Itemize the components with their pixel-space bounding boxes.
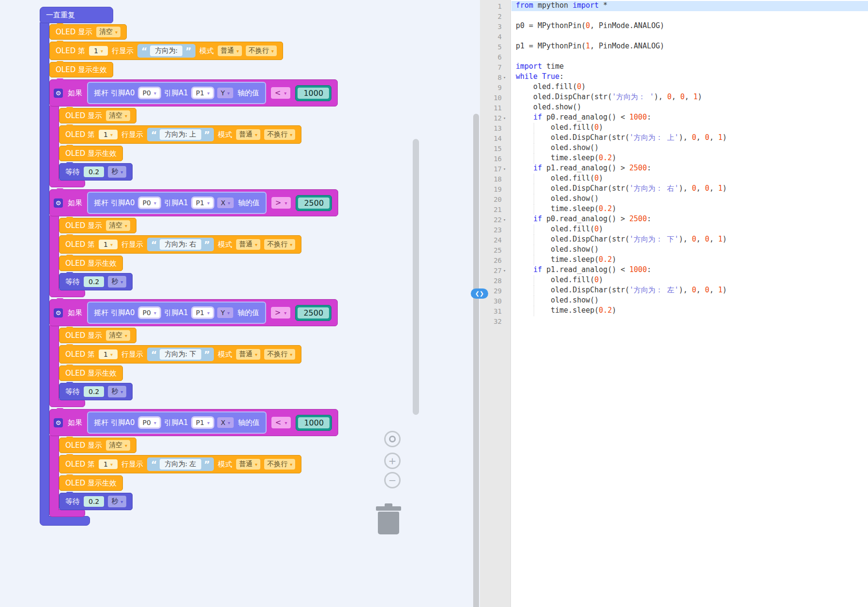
wrap-dropdown[interactable]: 不换行▾ [246,46,277,56]
mode-dropdown[interactable]: 普通▾ [236,459,260,470]
direction-text-field[interactable]: 方向为: 左 [160,459,201,470]
string-block[interactable]: “方向为: 左” [147,457,214,471]
pin-a1-dropdown[interactable]: P1▾ [193,308,213,318]
axis-dropdown[interactable]: Y▾ [217,307,233,318]
joystick-value-block[interactable]: 摇杆 引脚A0P0▾引脚A1P1▾X▾轴的值 [87,192,267,214]
axis-dropdown[interactable]: X▾ [217,417,234,428]
if-block-header[interactable]: ⚙如果摇杆 引脚A0P0▾引脚A1P1▾Y▾轴的值>▾2500 [49,299,338,326]
pin-a0-dropdown[interactable]: P0▾ [139,88,160,98]
pin-a0-dropdown[interactable]: P0▾ [139,308,160,318]
oled-apply-block[interactable]: OLED 显示生效 [49,62,113,77]
oled-apply-block[interactable]: OLED 显示生效 [59,256,123,271]
mutator-gear-icon[interactable]: ⚙ [54,198,63,208]
string-block[interactable]: “方向为: 下” [147,348,214,361]
oled-clear-block[interactable]: OLED 显示 清空▾ [49,24,127,40]
oled-clear-dropdown[interactable]: 清空▾ [106,220,130,231]
axis-dropdown[interactable]: X▾ [217,197,234,208]
fold-toggle-icon[interactable]: ▾ [503,167,508,171]
line-number-field[interactable]: 1▾ [99,240,118,249]
oled-clear-block[interactable]: OLED 显示清空▾ [59,328,136,343]
string-block[interactable]: “方向为: 上” [147,128,214,141]
comparator-dropdown[interactable]: >▾ [271,197,291,209]
if-block[interactable]: ⚙如果摇杆 引脚A0P0▾引脚A1P1▾Y▾轴的值<▾1000OLED 显示清空… [49,79,338,187]
axis-dropdown[interactable]: Y▾ [217,88,233,98]
wrap-dropdown[interactable]: 不换行▾ [264,239,295,250]
blocks-workspace[interactable]: 一直重复 OLED 显示 清空▾ OLED 第 1▾ 行显示 “ [0,0,480,607]
oled-clear-dropdown[interactable]: 清空▾ [106,110,130,121]
if-block[interactable]: ⚙如果摇杆 引脚A0P0▾引脚A1P1▾X▾轴的值>▾2500OLED 显示清空… [49,189,338,297]
wait-unit-dropdown[interactable]: 秒▾ [108,276,126,288]
wrap-dropdown[interactable]: 不换行▾ [264,459,295,470]
comparator-dropdown[interactable]: <▾ [271,87,291,99]
oled-clear-block[interactable]: OLED 显示清空▾ [59,108,136,123]
direction-text-field[interactable]: 方向为: 下 [160,349,201,360]
mutator-gear-icon[interactable]: ⚙ [54,308,63,318]
zoom-out-button[interactable]: − [384,472,401,488]
wrap-dropdown[interactable]: 不换行▾ [264,129,295,140]
fold-toggle-icon[interactable]: ▾ [503,116,508,121]
if-block-header[interactable]: ⚙如果摇杆 引脚A0P0▾引脚A1P1▾X▾轴的值<▾1000 [49,409,338,436]
line-number-field[interactable]: 1▾ [99,459,118,469]
comparator-dropdown[interactable]: <▾ [271,417,291,428]
pin-a1-dropdown[interactable]: P1▾ [193,88,213,98]
if-block-header[interactable]: ⚙如果摇杆 引脚A0P0▾引脚A1P1▾Y▾轴的值<▾1000 [49,79,338,106]
wrap-dropdown[interactable]: 不换行▾ [264,349,295,360]
line-number-field[interactable]: 1▾ [99,349,118,359]
wait-value-field[interactable]: 0.2 [84,496,104,507]
oled-apply-block[interactable]: OLED 显示生效 [59,475,123,491]
center-view-button[interactable] [384,431,401,447]
wait-value-field[interactable]: 0.2 [84,386,104,397]
fold-toggle-icon[interactable]: ▾ [503,75,508,80]
zoom-in-button[interactable]: + [384,453,401,469]
wait-value-field[interactable]: 0.2 [84,276,104,287]
pin-a0-dropdown[interactable]: P0▾ [139,418,160,427]
wait-unit-dropdown[interactable]: 秒▾ [108,386,126,397]
mode-dropdown[interactable]: 普通▾ [218,46,242,56]
joystick-value-block[interactable]: 摇杆 引脚A0P0▾引脚A1P1▾Y▾轴的值 [87,82,266,104]
trash-button[interactable] [374,503,403,534]
pin-a1-dropdown[interactable]: P1▾ [193,418,213,427]
oled-line-block[interactable]: OLED 第 1▾ 行显示 “ 方向为: ” 模式 普通▾ 不换行▾ [49,42,283,60]
string-block[interactable]: “ 方向为: ” [137,44,195,58]
joystick-value-block[interactable]: 摇杆 引脚A0P0▾引脚A1P1▾Y▾轴的值 [87,302,266,324]
panel-divider[interactable] [473,114,479,607]
mutator-gear-icon[interactable]: ⚙ [54,418,63,427]
if-block[interactable]: ⚙如果摇杆 引脚A0P0▾引脚A1P1▾Y▾轴的值>▾2500OLED 显示清空… [49,299,338,407]
joystick-value-block[interactable]: 摇杆 引脚A0P0▾引脚A1P1▾X▾轴的值 [87,411,267,434]
fold-toggle-icon[interactable]: ▾ [503,268,508,273]
line-number-field[interactable]: 1▾ [89,46,108,56]
threshold-number-block[interactable]: 1000 [296,415,332,431]
wait-block[interactable]: 等待0.2秒▾ [59,493,133,510]
mutator-gear-icon[interactable]: ⚙ [54,89,63,98]
oled-clear-block[interactable]: OLED 显示清空▾ [59,218,136,233]
fold-toggle-icon[interactable]: ▾ [503,217,508,222]
wait-unit-dropdown[interactable]: 秒▾ [108,496,126,507]
if-block[interactable]: ⚙如果摇杆 引脚A0P0▾引脚A1P1▾X▾轴的值<▾1000OLED 显示清空… [49,409,338,517]
mode-dropdown[interactable]: 普通▾ [236,239,260,250]
forever-block[interactable]: 一直重复 OLED 显示 清空▾ OLED 第 1▾ 行显示 “ [40,7,338,526]
line-number-field[interactable]: 1▾ [99,130,118,139]
pin-a0-dropdown[interactable]: P0▾ [139,198,160,208]
threshold-number-block[interactable]: 2500 [295,305,331,321]
oled-line-block[interactable]: OLED 第1▾行显示“方向为: 上”模式普通▾不换行▾ [59,125,301,144]
code-editor[interactable]: from mpython import *p0 = MPythonPin(0, … [511,0,868,607]
threshold-number-block[interactable]: 1000 [295,85,331,101]
mode-dropdown[interactable]: 普通▾ [236,349,260,360]
pin-a1-dropdown[interactable]: P1▾ [193,198,213,208]
oled-clear-dropdown[interactable]: 清空▾ [106,440,130,451]
direction-text-field[interactable]: 方向为: 上 [160,129,201,140]
oled-line-block[interactable]: OLED 第1▾行显示“方向为: 右”模式普通▾不换行▾ [59,235,301,254]
wait-value-field[interactable]: 0.2 [84,167,104,177]
oled-apply-block[interactable]: OLED 显示生效 [59,365,123,381]
wait-block[interactable]: 等待0.2秒▾ [59,383,133,400]
mode-dropdown[interactable]: 普通▾ [236,129,260,140]
code-panel-toggle-button[interactable]: ❮❯ [471,288,488,299]
string-block[interactable]: “方向为: 右” [147,238,214,251]
oled-apply-block[interactable]: OLED 显示生效 [59,146,123,161]
wait-unit-dropdown[interactable]: 秒▾ [108,166,126,178]
display-text-field[interactable]: 方向为: [150,46,182,56]
wait-block[interactable]: 等待0.2秒▾ [59,273,133,290]
direction-text-field[interactable]: 方向为: 右 [160,239,201,250]
workspace-scrollbar[interactable] [413,139,419,415]
oled-clear-dropdown[interactable]: 清空▾ [106,330,130,341]
